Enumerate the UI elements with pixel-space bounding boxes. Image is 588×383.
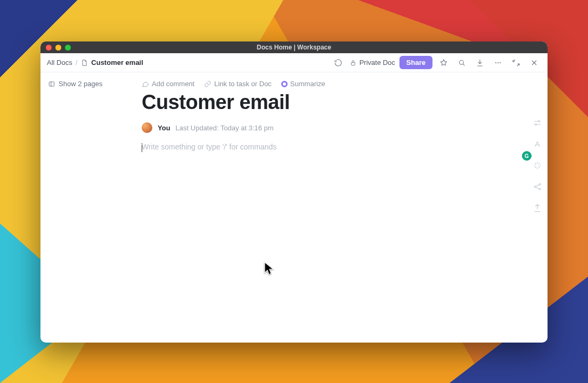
page-title[interactable]: Customer email bbox=[142, 91, 526, 114]
byline: You Last Updated: Today at 3:16 pm bbox=[142, 122, 526, 133]
more-menu-icon[interactable] bbox=[491, 56, 505, 70]
show-pages-toggle[interactable]: Show 2 pages bbox=[48, 80, 136, 88]
settings-slider-icon[interactable] bbox=[533, 118, 542, 128]
editor-placeholder: Write something or type '/' for commands bbox=[142, 143, 276, 151]
doc-body: Show 2 pages Add comment Link to task or… bbox=[40, 72, 548, 343]
window-minimize[interactable] bbox=[55, 45, 61, 51]
svg-point-2 bbox=[495, 62, 496, 63]
app-window: Docs Home | Workspace All Docs / Custome… bbox=[40, 41, 548, 343]
svg-point-3 bbox=[497, 62, 499, 63]
link-task-button[interactable]: Link to task or Doc bbox=[204, 80, 272, 88]
comment-icon bbox=[142, 80, 149, 88]
avatar[interactable] bbox=[142, 122, 152, 133]
lock-icon bbox=[349, 59, 357, 66]
add-comment-button[interactable]: Add comment bbox=[142, 80, 194, 88]
panel-icon bbox=[48, 80, 55, 88]
top-toolbar: All Docs / Customer email Private Doc Sh… bbox=[40, 53, 548, 72]
window-close[interactable] bbox=[46, 45, 52, 51]
grammar-badge[interactable]: G bbox=[522, 151, 532, 161]
link-icon bbox=[204, 80, 211, 88]
svg-point-8 bbox=[534, 186, 536, 188]
export-icon[interactable] bbox=[533, 203, 542, 213]
close-icon[interactable] bbox=[527, 56, 541, 70]
svg-point-6 bbox=[538, 121, 540, 122]
search-icon[interactable] bbox=[455, 56, 469, 70]
share-nodes-icon[interactable] bbox=[533, 182, 542, 192]
ai-icon bbox=[281, 81, 288, 87]
add-comment-label: Add comment bbox=[152, 80, 194, 88]
svg-point-1 bbox=[459, 60, 463, 64]
right-rail bbox=[533, 118, 542, 213]
breadcrumb-sep: / bbox=[76, 59, 78, 66]
link-task-label: Link to task or Doc bbox=[214, 80, 272, 88]
svg-point-10 bbox=[539, 188, 541, 190]
private-label: Private Doc bbox=[360, 59, 395, 66]
svg-rect-5 bbox=[49, 81, 54, 86]
download-icon[interactable] bbox=[473, 56, 487, 70]
left-rail: Show 2 pages bbox=[40, 72, 142, 343]
author-name[interactable]: You bbox=[158, 124, 170, 132]
svg-point-7 bbox=[535, 124, 537, 126]
share-button[interactable]: Share bbox=[399, 56, 432, 69]
svg-point-4 bbox=[500, 62, 501, 63]
show-pages-label: Show 2 pages bbox=[59, 80, 102, 88]
window-titlebar: Docs Home | Workspace bbox=[40, 41, 548, 53]
window-controls bbox=[46, 45, 71, 51]
svg-point-9 bbox=[539, 184, 541, 185]
private-doc-button[interactable]: Private Doc bbox=[349, 59, 395, 66]
doc-icon bbox=[80, 59, 88, 66]
history-icon[interactable] bbox=[331, 56, 345, 70]
typography-icon[interactable] bbox=[533, 139, 542, 149]
summarize-label: Summarize bbox=[290, 80, 325, 88]
document-editor[interactable]: Write something or type '/' for commands bbox=[142, 143, 526, 313]
document-area: Add comment Link to task or Doc Summariz… bbox=[142, 72, 548, 343]
favorite-star-icon[interactable] bbox=[437, 56, 451, 70]
desktop-background: Docs Home | Workspace All Docs / Custome… bbox=[0, 0, 588, 383]
breadcrumb-current[interactable]: Customer email bbox=[91, 59, 143, 66]
svg-rect-0 bbox=[351, 62, 355, 65]
last-updated: Last Updated: Today at 3:16 pm bbox=[176, 124, 274, 132]
summarize-button[interactable]: Summarize bbox=[281, 80, 325, 88]
text-caret bbox=[142, 143, 142, 152]
window-title: Docs Home | Workspace bbox=[40, 44, 548, 51]
breadcrumb: All Docs / Customer email bbox=[47, 59, 143, 66]
collapse-icon[interactable] bbox=[509, 56, 523, 70]
window-zoom[interactable] bbox=[65, 45, 71, 51]
doc-action-strip: Add comment Link to task or Doc Summariz… bbox=[142, 80, 526, 88]
breadcrumb-root[interactable]: All Docs bbox=[47, 59, 72, 66]
sparkle-icon[interactable] bbox=[533, 161, 542, 170]
